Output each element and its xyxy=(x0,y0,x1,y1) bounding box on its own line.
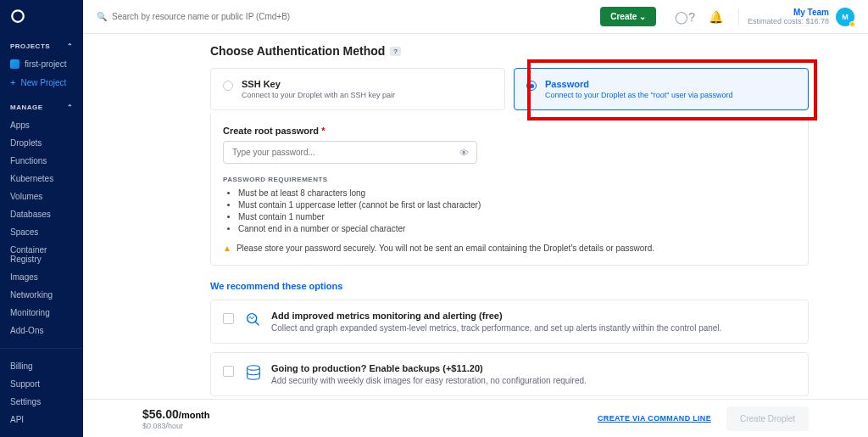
search-icon: 🔍 xyxy=(97,12,107,21)
price-monthly: $56.00 xyxy=(142,407,179,421)
create-droplet-button[interactable]: Create Droplet xyxy=(726,406,809,431)
auth-option-password[interactable]: Password Connect to your Droplet as the … xyxy=(514,68,809,110)
option-title: Add improved metrics monitoring and aler… xyxy=(271,311,721,321)
divider xyxy=(0,348,83,349)
password-panel: Create root password * 👁 PASSWORD REQUIR… xyxy=(210,114,809,266)
option-title: Going to production? Enable backups (+$1… xyxy=(271,363,587,373)
requirement-item: Must be at least 8 characters long xyxy=(238,188,796,198)
sidebar-item-addons[interactable]: Add-Ons xyxy=(0,322,83,339)
status-dot xyxy=(849,21,855,27)
svg-point-2 xyxy=(248,366,260,371)
sidebar-item-billing[interactable]: Billing xyxy=(0,357,83,375)
logo[interactable] xyxy=(0,0,83,34)
divider xyxy=(738,8,739,25)
requirements-header: PASSWORD REQUIREMENTS xyxy=(223,176,796,183)
notifications-icon[interactable]: 🔔 xyxy=(709,10,723,24)
chevron-down-icon: ⌄ xyxy=(639,12,646,21)
warning-icon: ▲ xyxy=(223,244,231,253)
requirement-item: Cannot end in a number or special charac… xyxy=(238,224,796,233)
chevron-up-icon: ⌃ xyxy=(67,42,74,50)
bottombar: $56.00/month $0.083/hour CREATE VIA COMM… xyxy=(83,399,868,437)
sidebar-item-apps[interactable]: Apps xyxy=(0,116,83,134)
checkbox[interactable] xyxy=(223,366,234,377)
metrics-icon xyxy=(244,311,263,329)
backups-icon xyxy=(244,363,263,382)
main-content: Choose Authentication Method ? SSH Key C… xyxy=(83,34,868,399)
sidebar-item-settings[interactable]: Settings xyxy=(0,393,83,411)
search-input[interactable] xyxy=(112,12,366,21)
sidebar-item-first-project[interactable]: first-project xyxy=(0,55,83,73)
plus-icon: + xyxy=(10,77,15,87)
digitalocean-icon xyxy=(10,8,25,24)
price-hourly: $0.083/hour xyxy=(142,422,598,430)
sidebar-item-spaces[interactable]: Spaces xyxy=(0,223,83,241)
requirement-item: Must contain 1 number xyxy=(238,212,796,221)
password-label: Create root password * xyxy=(223,126,796,136)
manage-header[interactable]: MANAGE⌃ xyxy=(0,98,83,116)
create-button[interactable]: Create ⌄ xyxy=(600,7,656,26)
sidebar-item-container-registry[interactable]: Container Registry xyxy=(0,241,83,268)
chevron-up-icon: ⌃ xyxy=(67,104,74,111)
section-title: Choose Authentication Method ? xyxy=(210,44,809,58)
option-metrics[interactable]: Add improved metrics monitoring and aler… xyxy=(210,300,809,344)
sidebar-item-functions[interactable]: Functions xyxy=(0,152,83,170)
recommend-title: We recommend these options xyxy=(210,281,809,291)
sidebar-item-databases[interactable]: Databases xyxy=(0,205,83,223)
sidebar-item-support[interactable]: Support xyxy=(0,375,83,393)
option-description: Add security with weekly disk images for… xyxy=(271,376,587,385)
warning-message: ▲ Please store your password securely. Y… xyxy=(223,244,796,253)
requirements-list: Must be at least 8 characters long Must … xyxy=(223,188,796,233)
password-input[interactable] xyxy=(223,141,477,164)
sidebar-item-volumes[interactable]: Volumes xyxy=(0,188,83,205)
team-selector[interactable]: My Team Estimated costs: $16.78 xyxy=(748,8,829,25)
sidebar: PROJECTS⌃ first-project + New Project MA… xyxy=(0,0,83,437)
new-project-button[interactable]: + New Project xyxy=(0,73,83,92)
svg-point-0 xyxy=(12,10,24,22)
radio-unselected[interactable] xyxy=(223,81,233,91)
sidebar-item-label: first-project xyxy=(25,59,66,69)
eye-icon[interactable]: 👁 xyxy=(459,148,469,158)
radio-selected[interactable] xyxy=(526,81,537,91)
sidebar-item-droplets[interactable]: Droplets xyxy=(0,134,83,152)
auth-title: SSH Key xyxy=(242,79,395,89)
topbar: 🔍 Create ⌄ ◯? 🔔 My Team Estimated costs:… xyxy=(83,0,868,34)
option-backups[interactable]: Going to production? Enable backups (+$1… xyxy=(210,352,809,396)
sidebar-item-api[interactable]: API xyxy=(0,411,83,429)
sidebar-item-monitoring[interactable]: Monitoring xyxy=(0,304,83,322)
sidebar-item-kubernetes[interactable]: Kubernetes xyxy=(0,170,83,188)
projects-header[interactable]: PROJECTS⌃ xyxy=(0,37,83,55)
checkbox[interactable] xyxy=(223,313,234,324)
avatar[interactable]: M xyxy=(836,8,854,26)
create-via-cli-link[interactable]: CREATE VIA COMMAND LINE xyxy=(598,414,711,423)
project-icon xyxy=(10,59,19,69)
auth-title: Password xyxy=(545,79,733,89)
sidebar-item-images[interactable]: Images xyxy=(0,268,83,286)
sidebar-item-networking[interactable]: Networking xyxy=(0,286,83,304)
auth-description: Connect to your Droplet with an SSH key … xyxy=(242,91,395,99)
help-badge[interactable]: ? xyxy=(390,47,401,56)
auth-description: Connect to your Droplet as the "root" us… xyxy=(545,91,733,99)
requirement-item: Must contain 1 uppercase letter (cannot … xyxy=(238,200,796,210)
help-icon[interactable]: ◯? xyxy=(675,10,695,24)
option-description: Collect and graph expanded system-level … xyxy=(271,323,721,333)
auth-option-ssh[interactable]: SSH Key Connect to your Droplet with an … xyxy=(210,68,505,110)
